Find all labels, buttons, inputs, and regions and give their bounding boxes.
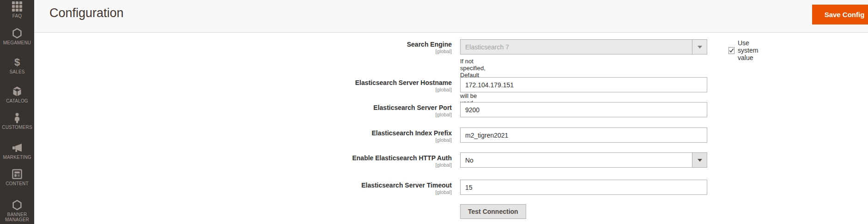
sidebar-item-banner-manager[interactable]: BANNER MANAGER — [0, 200, 34, 222]
chevron-down-icon — [692, 153, 707, 167]
sidebar-item-marketing[interactable]: MARKETING — [0, 142, 34, 160]
sidebar-item-label: BANNER MANAGER — [2, 212, 32, 222]
test-connection-button[interactable]: Test Connection — [460, 204, 526, 219]
sidebar-item-customers[interactable]: CUSTOMERS — [0, 112, 34, 130]
sidebar-item-label: FAQ — [2, 13, 32, 18]
field-label: Elasticsearch Server Timeout [global] — [244, 182, 452, 195]
http-auth-select[interactable]: No — [460, 152, 707, 168]
port-input[interactable] — [460, 102, 707, 117]
use-system-value-label: Use system value — [738, 39, 759, 61]
grid-icon — [12, 1, 23, 12]
field-label: Elasticsearch Server Hostname [global] — [244, 79, 452, 93]
page-title: Configuration — [49, 6, 124, 20]
sidebar-item-catalog[interactable]: CATALOG — [0, 86, 34, 103]
check-icon — [729, 48, 734, 53]
layout-icon — [12, 169, 23, 180]
sidebar-item-label: MARKETING — [2, 155, 32, 160]
main-content: Configuration Save Config Search Engine … — [34, 0, 868, 224]
hexagon-icon — [12, 200, 23, 211]
sidebar-item-label: SALES — [2, 69, 32, 74]
box-icon — [12, 86, 23, 97]
person-icon — [12, 112, 23, 123]
admin-sidebar: FAQ MEGAMENU $ SALES CATALOG — [0, 0, 34, 224]
field-label: Search Engine [global] — [244, 41, 452, 54]
sidebar-item-megamenu[interactable]: MEGAMENU — [0, 28, 34, 45]
use-system-value: Use system value — [728, 39, 759, 61]
sidebar-item-sales[interactable]: $ SALES — [0, 57, 34, 74]
sidebar-item-label: CATALOG — [2, 98, 32, 103]
field-label: Elasticsearch Server Port [global] — [244, 104, 452, 118]
hostname-input[interactable] — [460, 77, 707, 92]
page-header: Configuration Save Config — [34, 0, 868, 33]
hexagon-icon — [12, 28, 23, 39]
dollar-icon: $ — [14, 57, 20, 68]
sidebar-item-faq[interactable]: FAQ — [0, 1, 34, 18]
config-form: Search Engine [global] Elasticsearch 7 I… — [34, 33, 868, 224]
sidebar-item-content[interactable]: CONTENT — [0, 169, 34, 186]
use-system-value-checkbox[interactable] — [728, 47, 734, 54]
megaphone-icon — [12, 142, 23, 153]
sidebar-item-label: CONTENT — [2, 181, 32, 186]
save-config-button[interactable]: Save Config — [812, 5, 868, 24]
timeout-input[interactable] — [460, 180, 707, 195]
field-label: Enable Elasticsearch HTTP Auth [global] — [244, 154, 452, 168]
sidebar-item-label: MEGAMENU — [2, 40, 32, 45]
sidebar-item-label: CUSTOMERS — [2, 125, 32, 130]
index-prefix-input[interactable] — [460, 127, 707, 143]
search-engine-select[interactable]: Elasticsearch 7 — [460, 39, 707, 54]
chevron-down-icon — [692, 40, 707, 54]
field-label: Elasticsearch Index Prefix [global] — [244, 129, 452, 143]
